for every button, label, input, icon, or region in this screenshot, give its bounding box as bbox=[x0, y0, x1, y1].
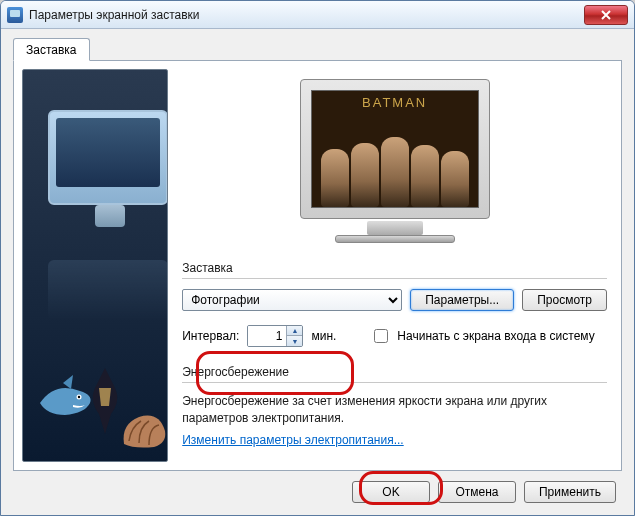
settings-button[interactable]: Параметры... bbox=[410, 289, 514, 311]
dialog-buttons: OK Отмена Применить bbox=[13, 471, 622, 505]
tab-strip: Заставка bbox=[13, 37, 622, 61]
preview-button[interactable]: Просмотр bbox=[522, 289, 607, 311]
power-settings-link[interactable]: Изменить параметры электропитания... bbox=[182, 433, 607, 447]
ok-button[interactable]: OK bbox=[352, 481, 430, 503]
interval-spinner[interactable]: ▲ ▼ bbox=[247, 325, 303, 347]
spin-up-icon[interactable]: ▲ bbox=[286, 326, 302, 336]
shell-graphic bbox=[119, 409, 168, 449]
left-preview-panel bbox=[22, 69, 168, 462]
screensaver-group-label: Заставка bbox=[182, 261, 607, 275]
screensaver-settings-window: Параметры экранной заставки Заставка bbox=[0, 0, 635, 516]
window-title: Параметры экранной заставки bbox=[29, 8, 584, 22]
power-description: Энергосбережение за счет изменения яркос… bbox=[182, 393, 607, 427]
power-group-label: Энергосбережение bbox=[182, 365, 607, 379]
app-icon bbox=[7, 7, 23, 23]
interval-input[interactable] bbox=[248, 326, 286, 346]
cancel-button[interactable]: Отмена bbox=[438, 481, 516, 503]
screensaver-select[interactable]: Фотографии bbox=[182, 289, 402, 311]
logon-checkbox-label: Начинать с экрана входа в систему bbox=[397, 329, 594, 343]
interval-unit: мин. bbox=[311, 329, 336, 343]
close-button[interactable] bbox=[584, 5, 628, 25]
tab-screensaver[interactable]: Заставка bbox=[13, 38, 90, 61]
tab-panel: BATMAN Заставка Фотографии bbox=[13, 60, 622, 471]
svg-point-1 bbox=[78, 396, 80, 398]
preview-title-text: BATMAN bbox=[312, 95, 478, 110]
close-icon bbox=[600, 10, 612, 20]
reflection bbox=[48, 260, 168, 320]
screensaver-preview: BATMAN bbox=[280, 79, 510, 243]
logon-checkbox[interactable] bbox=[374, 329, 388, 343]
blue-monitor-graphic bbox=[48, 110, 168, 205]
spin-down-icon[interactable]: ▼ bbox=[286, 336, 302, 346]
interval-label: Интервал: bbox=[182, 329, 239, 343]
apply-button[interactable]: Применить bbox=[524, 481, 616, 503]
titlebar[interactable]: Параметры экранной заставки bbox=[1, 1, 634, 29]
